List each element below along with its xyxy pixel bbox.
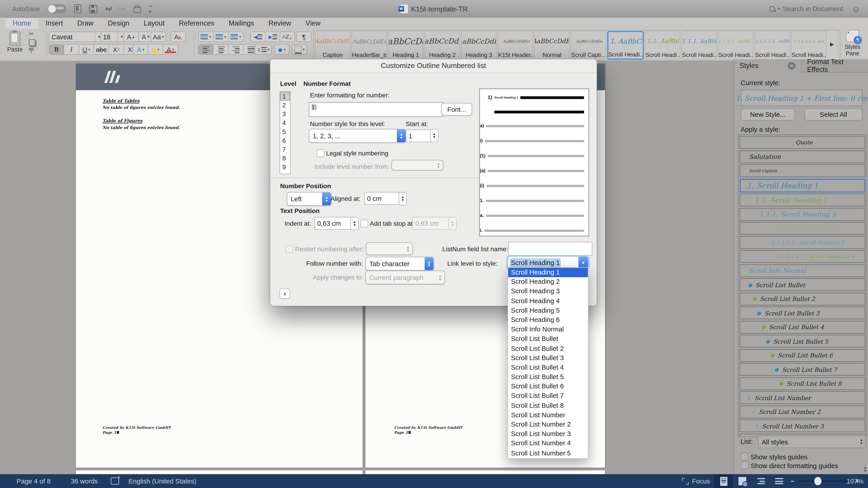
style-list-item[interactable]: Quote xyxy=(740,136,865,149)
style-list-item[interactable]: ● Scroll List Bullet 2 xyxy=(740,292,865,305)
dropdown-option[interactable]: Scroll List Bullet 6 xyxy=(508,382,588,391)
multilevel-list-button[interactable]: ▾ xyxy=(228,32,243,42)
dropdown-option[interactable]: Scroll Heading 2 xyxy=(508,277,588,287)
tab-format-text-effects[interactable]: Format Text Effects xyxy=(801,59,868,72)
style-gallery-item[interactable]: AaBbCcDdEe K15t Header... xyxy=(498,31,533,60)
aligned-at-input[interactable]: 0 cm xyxy=(364,192,400,205)
text-effects-button[interactable]: A▾ xyxy=(133,44,149,55)
decrease-indent-button[interactable]: ◀ xyxy=(250,32,266,42)
start-at-stepper[interactable]: ▲▼ xyxy=(430,129,438,142)
style-list-item[interactable]: ● Scroll List Bullet xyxy=(740,278,865,291)
collapse-dialog-button[interactable]: ∧ xyxy=(280,288,290,299)
dropdown-option[interactable]: Scroll Heading 1 xyxy=(508,268,588,277)
new-style-button[interactable]: New Style... xyxy=(741,108,795,121)
indent-at-stepper[interactable]: ▲▼ xyxy=(350,217,359,230)
search-caret-icon[interactable]: ▾ xyxy=(778,6,780,11)
dropdown-option[interactable]: Scroll List Bullet xyxy=(508,334,588,344)
shading-button[interactable]: ⬥▾ xyxy=(274,44,289,55)
word-count[interactable]: 36 words xyxy=(71,474,98,488)
style-gallery-item[interactable]: 1.1.1. AaBbl Scroll Headi... xyxy=(682,31,717,60)
style-list-item[interactable]: ● Scroll List Bullet 3 xyxy=(740,306,865,319)
level-option[interactable]: 3 xyxy=(280,109,290,119)
dropdown-option[interactable]: Scroll List Number 5 xyxy=(508,449,588,458)
numbering-button[interactable]: ▾ xyxy=(214,32,228,42)
position-dropdown[interactable]: Left ▲▼ xyxy=(287,192,332,206)
style-list-item[interactable]: 1.1.1.1. Scroll Heading 4 xyxy=(740,222,865,234)
sort-button[interactable]: AZ↓ xyxy=(280,32,295,42)
draft-view-button[interactable] xyxy=(770,474,788,488)
level-option[interactable]: 9 xyxy=(280,163,290,171)
dropdown-option[interactable]: Scroll Info Normal xyxy=(508,325,588,334)
level-option[interactable]: 2 xyxy=(280,101,290,109)
style-list-item[interactable]: Salutation xyxy=(740,150,865,163)
font-size-combo[interactable]: 18 ▾ xyxy=(100,32,126,42)
dropdown-option[interactable]: Scroll List Number 3 xyxy=(508,429,588,439)
aligned-at-stepper[interactable]: ▲▼ xyxy=(399,192,407,205)
proofing-status-icon[interactable] xyxy=(111,474,119,488)
dropdown-option[interactable]: Scroll List Bullet 5 xyxy=(508,372,588,382)
style-list-item[interactable]: i. Scroll List Number 3 xyxy=(740,419,865,432)
show-direct-formatting-checkbox[interactable] xyxy=(741,461,748,469)
ribbon-tab[interactable]: Draw xyxy=(70,18,101,29)
show-styles-guides-checkbox[interactable] xyxy=(741,453,748,460)
bullets-button[interactable]: ▾ xyxy=(198,32,214,42)
dropdown-option[interactable]: Scroll List Number 4 xyxy=(508,439,588,449)
italic-button[interactable]: I xyxy=(64,44,79,55)
dropdown-option[interactable]: Scroll List Number 2 xyxy=(508,420,588,429)
level-option[interactable]: 1 xyxy=(280,92,290,101)
ribbon-tab[interactable]: References xyxy=(172,18,221,29)
style-gallery-item[interactable]: 1.1.1.1.1. AaBb Scroll Headi... xyxy=(754,31,790,60)
styles-pane-button[interactable]: Styles Pane xyxy=(840,30,865,57)
follow-number-dropdown[interactable]: Tab character ▲▼ xyxy=(365,257,434,270)
ribbon-tab[interactable]: Mailings xyxy=(221,18,261,29)
style-list-item[interactable]: 1. Scroll Heading 1 xyxy=(740,178,865,192)
web-layout-view-button[interactable] xyxy=(733,474,752,488)
style-list-item[interactable]: ● Scroll List Bullet 6 xyxy=(740,349,865,361)
scrollbar-arrows[interactable]: ▲▼ xyxy=(864,466,867,473)
ribbon-tab[interactable]: Layout xyxy=(136,18,172,29)
style-gallery-item[interactable]: 1.1.1.1. AaBbC. Scroll Headi... xyxy=(718,31,753,60)
style-gallery-item[interactable]: AaBbCcDdEe Normal xyxy=(534,31,569,60)
start-at-input[interactable]: 1 xyxy=(406,129,431,142)
ribbon-tab[interactable]: Home xyxy=(5,18,38,29)
copy-icon[interactable] xyxy=(29,39,35,46)
zoom-slider-knob[interactable] xyxy=(814,477,822,485)
zoom-percentage[interactable]: 107% xyxy=(846,474,864,488)
font-name-combo[interactable]: Caveat ▾ xyxy=(49,32,103,42)
dropdown-option[interactable]: Scroll List Number xyxy=(508,411,588,420)
highlight-button[interactable]: ▾ xyxy=(148,44,163,55)
clear-formatting-button[interactable]: A◣ xyxy=(170,32,186,42)
language-indicator[interactable]: English (United States) xyxy=(128,474,196,488)
ribbon-tab[interactable]: Insert xyxy=(38,18,70,29)
align-center-button[interactable] xyxy=(214,44,228,55)
legal-style-checkbox[interactable] xyxy=(317,149,324,157)
indent-at-input[interactable]: 0,63 cm xyxy=(314,217,352,230)
search-box[interactable]: ▾ Search in Document xyxy=(770,5,843,13)
outline-view-button[interactable] xyxy=(752,474,771,488)
dropdown-option[interactable]: Scroll List Bullet 4 xyxy=(508,363,588,372)
ribbon-tab[interactable]: Review xyxy=(261,18,298,29)
ribbon-tab[interactable]: View xyxy=(298,18,328,29)
dropdown-option[interactable]: Scroll List Bullet 3 xyxy=(508,353,588,363)
page-indicator[interactable]: Page 4 of 8 xyxy=(17,474,51,488)
style-gallery-item[interactable]: AaBbCcDdEe Caption xyxy=(315,31,350,60)
style-list-item[interactable]: 1.1. Scroll Heading 2 xyxy=(740,194,865,206)
gallery-more-button[interactable]: ▶ xyxy=(828,30,836,59)
increase-indent-button[interactable]: ▶ xyxy=(266,32,281,42)
zoom-slider[interactable] xyxy=(799,474,850,488)
dropdown-option[interactable]: Scroll List Bullet 2 xyxy=(508,344,588,353)
add-tab-stop-checkbox[interactable] xyxy=(360,220,368,227)
style-list-item[interactable]: a. Scroll List Number 2 xyxy=(740,405,865,418)
select-all-button[interactable]: Select All xyxy=(804,108,862,121)
underline-button[interactable]: U▾ xyxy=(79,44,94,55)
ribbon-tab[interactable]: Design xyxy=(101,18,136,29)
dropdown-option[interactable]: Scroll List Bullet 8 xyxy=(508,401,588,411)
align-right-button[interactable] xyxy=(228,44,243,55)
zoom-out-button[interactable]: − xyxy=(790,474,794,488)
style-list-item[interactable]: 1.1.1.1.1.1. Scroll Heading 6 xyxy=(740,250,865,263)
number-style-dropdown[interactable]: 1, 2, 3, ... ▲▼ xyxy=(309,129,406,143)
dropdown-option[interactable]: Scroll Heading 4 xyxy=(508,296,588,306)
align-left-button[interactable] xyxy=(198,44,214,55)
style-list-item[interactable]: ● Scroll List Bullet 8 xyxy=(740,377,865,390)
style-list-item[interactable]: 1.1.1. Scroll Heading 3 xyxy=(740,208,865,221)
